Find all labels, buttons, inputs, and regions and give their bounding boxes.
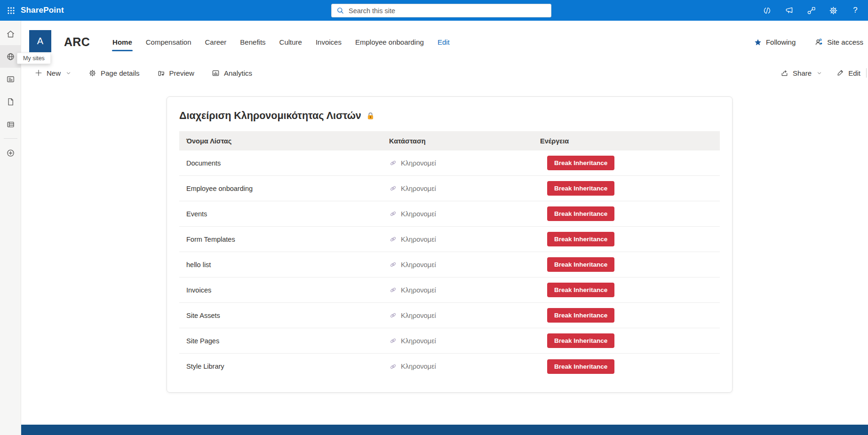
list-name: Employee onboarding [179,185,382,192]
star-icon [754,38,762,47]
suite-bar: SharePoint [0,0,868,21]
command-bar: New Page details [21,63,868,82]
nav-item[interactable]: Career [205,37,227,47]
preview-button[interactable]: Preview [157,69,194,78]
list-status: Κληρονομεί [382,286,533,294]
share-button[interactable]: Share [780,69,822,78]
suite-bar-actions: ? [759,0,865,21]
chain-link-icon [389,210,397,218]
site-header: A ARC HomeCompensationCareerBenefitsCult… [21,21,868,63]
nav-item[interactable]: Compensation [145,37,192,47]
search-icon [336,7,344,15]
new-button[interactable]: New [34,69,71,77]
lists-icon[interactable] [0,113,21,135]
list-status: Κληρονομεί [382,210,533,218]
megaphone-icon[interactable] [781,2,797,18]
page-content: Διαχείριση Κληρονομικότητας Λιστών Όνομα… [21,82,868,425]
site-search[interactable] [331,4,551,17]
table-body: Documents Κληρονομεί [179,150,720,379]
chain-link-icon [389,311,397,319]
connections-icon[interactable] [803,2,819,18]
analytics-button[interactable]: Analytics [211,69,252,78]
code-icon[interactable] [759,2,775,18]
page-title: Διαχείριση Κληρονομικότητας Λιστών [179,110,720,122]
share-label: Share [793,69,812,77]
add-icon[interactable] [0,142,21,164]
edit-page-button[interactable]: Edit [836,69,860,77]
break-inheritance-button[interactable]: Break Inheritance [547,257,614,272]
file-icon[interactable] [0,90,21,113]
site-logo[interactable]: A [29,30,51,52]
break-inheritance-button[interactable]: Break Inheritance [547,206,614,221]
edit-page-label: Edit [848,69,860,77]
column-header-name: Όνομα Λίστας [179,137,382,145]
status-label: Κληρονομεί [401,363,436,370]
site-title[interactable]: ARC [64,35,90,49]
chain-link-icon [389,159,397,167]
site-access-label: Site access [827,38,863,46]
table-row: Events Κληρονομεί [179,201,720,227]
nav-item[interactable]: Culture [279,37,303,47]
status-label: Κληρονομεί [401,312,436,319]
list-status: Κληρονομεί [382,363,533,371]
waffle-icon[interactable] [0,0,22,21]
site-access-button[interactable]: Site access [814,38,863,47]
list-name: Site Pages [179,337,382,345]
list-status: Κληρονομεί [382,311,533,319]
list-status: Κληρονομεί [382,337,533,345]
break-inheritance-button[interactable]: Break Inheritance [547,156,614,170]
lock-icon [366,111,375,120]
nav-item[interactable]: Edit [437,37,450,47]
table-row: Invoices Κληρονομεί [179,277,720,303]
share-icon [780,69,789,78]
nav-item[interactable]: Benefits [239,37,266,47]
preview-label: Preview [169,69,194,77]
app-brand[interactable]: SharePoint [21,6,64,15]
chain-link-icon [389,261,397,269]
help-icon[interactable]: ? [847,2,863,18]
list-status: Κληρονομεί [382,159,533,167]
list-action: Break Inheritance [533,359,720,374]
settings-icon[interactable] [825,2,841,18]
chain-link-icon [389,363,397,371]
site-header-actions: Following Site access [754,21,863,63]
table-row: Site Pages Κληρονομεί [179,328,720,354]
table-row: hello list Κληρονομεί [179,252,720,277]
status-label: Κληρονομεί [401,236,436,243]
page-details-label: Page details [101,69,140,77]
my-sites-tooltip: My sites [17,53,51,64]
page-details-button[interactable]: Page details [88,69,140,78]
preview-icon [157,69,166,78]
break-inheritance-button[interactable]: Break Inheritance [547,283,614,297]
chain-link-icon [389,235,397,243]
footer-bar [21,425,868,435]
break-inheritance-button[interactable]: Break Inheritance [547,232,614,246]
table-row: Site Assets Κληρονομεί [179,303,720,328]
home-icon[interactable] [0,23,21,45]
status-label: Κληρονομεί [401,159,436,167]
following-label: Following [766,38,796,46]
list-name: Style Library [179,363,382,370]
chain-link-icon [389,184,397,192]
list-name: Invoices [179,286,382,294]
news-icon[interactable] [0,68,21,90]
list-action: Break Inheritance [533,181,720,196]
search-input[interactable] [349,7,546,15]
column-header-action: Ενέργεια [533,137,720,145]
break-inheritance-button[interactable]: Break Inheritance [547,308,614,323]
main-area: A ARC HomeCompensationCareerBenefitsCult… [21,21,868,435]
break-inheritance-button[interactable]: Break Inheritance [547,333,614,348]
nav-item[interactable]: Invoices [315,37,342,47]
chain-link-icon [389,286,397,294]
lists-table: Όνομα Λίστας Κατάσταση Ενέργεια Document… [179,131,720,379]
pencil-icon [836,69,844,77]
list-name: Events [179,210,382,218]
nav-item[interactable]: Employee onboarding [355,37,424,47]
following-button[interactable]: Following [754,38,796,47]
break-inheritance-button[interactable]: Break Inheritance [547,181,614,196]
nav-item[interactable]: Home [112,37,133,47]
list-action: Break Inheritance [533,308,720,323]
rail-divider [4,138,17,139]
break-inheritance-button[interactable]: Break Inheritance [547,359,614,374]
list-action: Break Inheritance [533,283,720,297]
